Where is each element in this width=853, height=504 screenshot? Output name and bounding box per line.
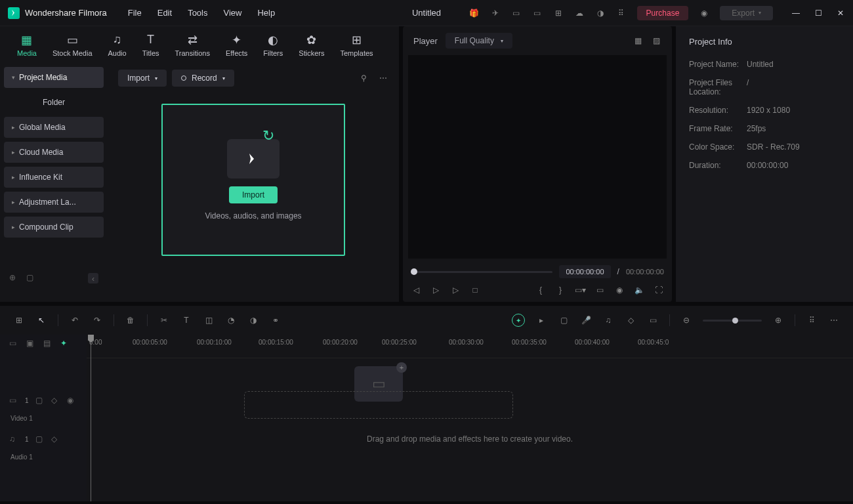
music-icon[interactable]: ♫ — [602, 314, 614, 326]
audio-track-header[interactable]: ♫1 ▢ ◇ — [0, 422, 87, 456]
text-icon[interactable]: T — [180, 314, 192, 326]
import-dropdown[interactable]: Import▾ — [118, 70, 167, 87]
quality-dropdown[interactable]: Full Quality▾ — [446, 33, 512, 49]
tab-titles[interactable]: TTitles — [138, 32, 163, 58]
zoom-thumb[interactable] — [732, 318, 738, 324]
video-track-header[interactable]: ▭1 ▢ ◇ ◉ — [0, 383, 87, 417]
link-icon[interactable]: ⚭ — [270, 314, 281, 326]
send-icon[interactable]: ✈ — [490, 8, 501, 18]
tab-templates[interactable]: ⊞Templates — [336, 32, 377, 58]
mute-icon[interactable]: ◇ — [51, 434, 60, 444]
cloud-icon[interactable]: ☁ — [574, 8, 585, 18]
redo-icon[interactable]: ↷ — [91, 314, 103, 326]
minimize-button[interactable]: — — [791, 9, 801, 18]
sidebar-project-media[interactable]: ▾Project Media — [4, 67, 104, 88]
lock-icon[interactable]: ▢ — [35, 396, 45, 405]
tab-stock-media[interactable]: ▭Stock Media — [49, 32, 96, 58]
export-button[interactable]: Export ▾ — [720, 6, 773, 20]
stop-icon[interactable]: □ — [470, 285, 480, 295]
shield-icon[interactable]: ▢ — [558, 314, 570, 326]
import-drop-zone[interactable]: ↻ Import Videos, audios, and images — [161, 104, 345, 256]
cursor-icon[interactable]: ↖ — [35, 314, 47, 326]
timeline-drop-area[interactable] — [244, 391, 513, 419]
new-folder-icon[interactable]: ⊕ — [9, 273, 20, 284]
filter-icon[interactable]: ⚲ — [358, 73, 369, 83]
menu-edit[interactable]: Edit — [157, 8, 172, 18]
delete-icon[interactable]: 🗑 — [125, 314, 136, 326]
zoom-in-icon[interactable]: ⊕ — [772, 314, 784, 326]
menu-tools[interactable]: Tools — [188, 8, 207, 18]
play-icon[interactable]: ▷ — [450, 285, 461, 295]
color-icon[interactable]: ◑ — [247, 314, 259, 326]
sidebar-global-media[interactable]: ▸Global Media — [4, 117, 104, 138]
record-dropdown[interactable]: Record▾ — [172, 70, 234, 87]
speed-icon[interactable]: ◔ — [225, 314, 237, 326]
menu-view[interactable]: View — [223, 8, 241, 18]
picture-icon[interactable]: ▨ — [651, 35, 661, 46]
layout-icon[interactable]: ⊞ — [13, 314, 25, 326]
tab-effects[interactable]: ✦Effects — [222, 32, 251, 58]
save-icon[interactable]: ▭ — [511, 8, 522, 18]
gift-icon[interactable]: 🎁 — [469, 8, 480, 18]
tab-transitions[interactable]: ⇄Transitions — [171, 32, 214, 58]
track-toggle-icon[interactable]: ▭ — [9, 339, 18, 348]
headphone-icon[interactable]: ◑ — [595, 8, 606, 18]
track-camera-icon[interactable]: ▣ — [26, 339, 35, 348]
play-icon[interactable]: ▸ — [535, 314, 547, 326]
snapshot-icon[interactable]: ◉ — [614, 285, 625, 295]
scrubber-track[interactable] — [411, 271, 552, 273]
purchase-button[interactable]: Purchase — [637, 6, 689, 20]
sidebar-influence-kit[interactable]: ▸Influence Kit — [4, 167, 104, 188]
sidebar-compound-clip[interactable]: ▸Compound Clip — [4, 217, 104, 238]
ratio-icon[interactable]: ▭▾ — [575, 285, 585, 295]
split-icon[interactable]: ✂ — [158, 314, 170, 326]
avatar-icon[interactable]: ◉ — [699, 8, 709, 18]
playhead[interactable] — [91, 335, 91, 501]
menu-help[interactable]: Help — [257, 8, 275, 18]
undo-icon[interactable]: ↶ — [69, 314, 81, 326]
maximize-button[interactable]: ☐ — [814, 9, 823, 18]
play-back-icon[interactable]: ▷ — [430, 285, 441, 295]
track-layer-icon[interactable]: ▤ — [43, 339, 52, 348]
display-icon[interactable]: ▭ — [594, 285, 605, 295]
tab-filters[interactable]: ◐Filters — [259, 32, 287, 58]
mute-icon[interactable]: ◇ — [51, 396, 60, 405]
timeline-ruler[interactable]: 0:00 00:00:05:00 00:00:10:00 00:00:15:00… — [87, 335, 853, 358]
zoom-slider[interactable] — [703, 320, 762, 322]
fullscreen-icon[interactable]: ⛶ — [654, 285, 664, 295]
mark-in-icon[interactable]: { — [535, 285, 546, 295]
sidebar-folder[interactable]: Folder — [4, 92, 104, 113]
menu-file[interactable]: File — [128, 8, 142, 18]
track-ai-icon[interactable]: ✦ — [60, 339, 70, 348]
grid-icon[interactable]: ⊞ — [553, 8, 564, 18]
prev-frame-icon[interactable]: ◁ — [411, 285, 421, 295]
monitor-icon[interactable]: ▭ — [532, 8, 543, 18]
tab-media[interactable]: ▦Media — [13, 32, 41, 58]
collapse-icon[interactable]: ‹ — [88, 273, 98, 284]
marker-icon[interactable]: ◇ — [625, 314, 636, 326]
crop-icon[interactable]: ◫ — [203, 314, 215, 326]
apps-icon[interactable]: ⠿ — [616, 8, 627, 18]
more-icon[interactable]: ⋯ — [378, 73, 388, 83]
mark-out-icon[interactable]: } — [555, 285, 566, 295]
visible-icon[interactable]: ◉ — [67, 396, 76, 405]
scrubber-thumb[interactable] — [411, 268, 417, 275]
volume-icon[interactable]: 🔈 — [634, 285, 644, 295]
zoom-out-icon[interactable]: ⊖ — [680, 314, 692, 326]
ai-icon[interactable]: ✦ — [512, 314, 525, 327]
keyframe-icon[interactable]: ▭ — [647, 314, 659, 326]
timeline-tracks[interactable]: 0:00 00:00:05:00 00:00:10:00 00:00:15:00… — [87, 335, 853, 501]
tab-audio[interactable]: ♫Audio — [104, 32, 131, 58]
compare-icon[interactable]: ▦ — [633, 35, 643, 46]
sidebar-cloud-media[interactable]: ▸Cloud Media — [4, 142, 104, 163]
sidebar-adjustment-layer[interactable]: ▸Adjustment La... — [4, 192, 104, 213]
preview-viewport[interactable] — [408, 55, 667, 259]
tab-stickers[interactable]: ✿Stickers — [295, 32, 328, 58]
close-button[interactable]: ✕ — [836, 9, 845, 18]
lock-icon[interactable]: ▢ — [35, 434, 45, 444]
settings-icon[interactable]: ⋯ — [828, 314, 840, 326]
scrubber[interactable]: 00:00:00:00 / 00:00:00:00 — [411, 265, 664, 278]
import-button[interactable]: Import — [229, 186, 278, 203]
mic-icon[interactable]: 🎤 — [580, 314, 592, 326]
folder-icon[interactable]: ▢ — [26, 273, 37, 284]
